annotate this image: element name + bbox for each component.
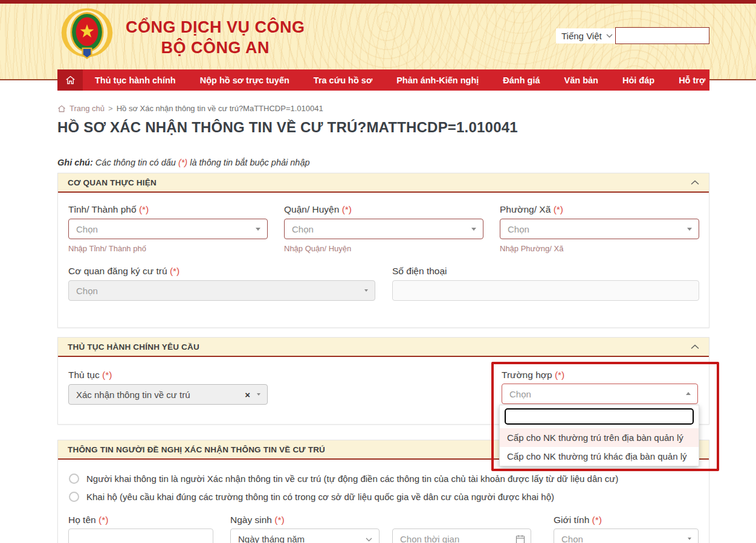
ngay-sinh-date-input[interactable]: Chọn thời gian [392, 529, 531, 543]
registration-agency-select[interactable]: Chọn [68, 280, 375, 301]
gioi-tinh-select[interactable]: Chọn [554, 529, 699, 543]
caret-up-icon [686, 392, 691, 395]
breadcrumb: Trang chủ > Hồ sơ Xác nhận thông tin về … [57, 104, 323, 113]
caret-down-icon [364, 289, 368, 292]
gioi-tinh-placeholder: Chọn [561, 534, 583, 543]
truong-hop-placeholder: Chọn [509, 389, 531, 399]
nav-item-van-ban[interactable]: Văn bản [552, 69, 610, 91]
chevron-up-icon[interactable] [691, 180, 699, 185]
caret-down-icon [256, 228, 260, 231]
registration-agency-placeholder: Chọn [76, 286, 98, 296]
caret-down-icon [471, 228, 476, 231]
required-note: Ghi chú: Các thông tin có dấu (*) là thô… [57, 158, 310, 167]
radio-circle-icon[interactable] [69, 474, 79, 484]
section-procedure-title: THỦ TỤC HÀNH CHÍNH YÊU CẦU [68, 342, 199, 352]
ho-ten-label: Họ tên (*) [68, 515, 108, 525]
ward-label: Phường/ Xã (*) [500, 204, 563, 215]
section-executing-agency-title: CƠ QUAN THỰC HIỆN [68, 178, 157, 187]
nav-item-nop-ho-so-truc-tuyen[interactable]: Nộp hồ sơ trực tuyến [188, 69, 302, 91]
truong-hop-select[interactable]: Chọn [502, 384, 698, 404]
note-required-mark: (*) [178, 158, 187, 167]
calendar-icon[interactable] [515, 535, 525, 543]
radio-declarant-self-label: Người khai thông tin là người Xác nhận t… [86, 474, 618, 484]
thu-tuc-label: Thủ tục (*) [68, 370, 112, 381]
header-banner: CỔNG DỊCH VỤ CÔNG BỘ CÔNG AN Tiếng Việt [0, 4, 756, 80]
province-select-placeholder: Chọn [76, 224, 98, 234]
page-title: HỒ SƠ XÁC NHẬN THÔNG TIN VỀ CƯ TRÚ?MATTH… [57, 119, 518, 136]
ward-select-placeholder: Chọn [508, 224, 529, 234]
language-selector[interactable]: Tiếng Việt [556, 28, 618, 43]
truong-hop-option-2[interactable]: Cấp cho NK thường trú khác địa bàn quản … [500, 447, 699, 466]
header-search-input[interactable] [615, 27, 709, 44]
section-executing-agency-header[interactable]: CƠ QUAN THỰC HIỆN [58, 173, 709, 193]
chevron-up-icon[interactable] [691, 344, 699, 349]
province-select[interactable]: Chọn [68, 219, 268, 239]
main-nav: Thủ tục hành chính Nộp hồ sơ trực tuyến … [57, 69, 709, 91]
radio-declarant-proxy-label: Khai hộ (yêu cầu khai đúng các trường th… [86, 492, 554, 502]
radio-declarant-self[interactable]: Người khai thông tin là người Xác nhận t… [69, 474, 618, 484]
registration-agency-label: Cơ quan đăng ký cư trú (*) [68, 266, 179, 277]
nav-home-button[interactable] [57, 69, 83, 91]
phone-input[interactable] [392, 280, 699, 301]
clear-icon[interactable]: × [245, 390, 250, 399]
ngay-sinh-date-placeholder: Chọn thời gian [400, 534, 459, 543]
site-title-line1: CỔNG DỊCH VỤ CÔNG [126, 17, 305, 37]
chevron-down-icon [366, 538, 372, 542]
home-icon [65, 76, 76, 85]
ngay-sinh-format-value: Ngày tháng năm [238, 534, 305, 543]
radio-circle-icon[interactable] [69, 492, 79, 502]
district-select[interactable]: Chọn [284, 219, 483, 239]
nav-item-phan-anh-kien-nghi[interactable]: Phản ánh-Kiến nghị [384, 69, 491, 91]
caret-down-icon [688, 538, 691, 540]
section-applicant-title: THÔNG TIN NGƯỜI ĐỀ NGHỊ XÁC NHẬN THÔNG T… [68, 445, 325, 454]
ward-hint: Nhập Phường/ Xã [500, 244, 563, 253]
nav-item-danh-gia[interactable]: Đánh giá [491, 69, 552, 91]
site-title: CỔNG DỊCH VỤ CÔNG BỘ CÔNG AN [126, 17, 305, 58]
site-title-line2: BỘ CÔNG AN [126, 37, 305, 58]
ministry-public-security-logo-icon [59, 6, 115, 62]
gioi-tinh-label: Giới tính (*) [554, 515, 602, 525]
caret-down-icon [257, 393, 260, 396]
note-after: là thông tin bắt buộc phải nhập [187, 158, 309, 167]
language-selector-label: Tiếng Việt [561, 31, 602, 41]
district-label: Quận/ Huyện (*) [284, 204, 352, 215]
breadcrumb-separator: > [108, 104, 113, 113]
truong-hop-option-1[interactable]: Cấp cho NK thường trú trên địa bàn quản … [500, 428, 699, 447]
breadcrumb-current: Hồ sơ Xác nhận thông tin về cư trú?MaTTH… [117, 104, 323, 113]
phone-label: Số điện thoại [392, 266, 447, 277]
thu-tuc-select[interactable]: Xác nhận thông tin về cư trú × [68, 384, 268, 405]
truong-hop-label: Trường hợp (*) [502, 370, 564, 381]
breadcrumb-home-link[interactable]: Trang chủ [69, 104, 105, 113]
nav-item-thu-tuc-hanh-chinh[interactable]: Thủ tục hành chính [83, 69, 188, 91]
caret-down-icon [687, 228, 692, 231]
ho-ten-input[interactable] [68, 529, 213, 543]
truong-hop-dropdown-search-input[interactable] [505, 408, 694, 425]
section-executing-agency: CƠ QUAN THỰC HIỆN Tỉnh/ Thành phố (*) Qu… [57, 173, 709, 328]
section-procedure-header[interactable]: THỦ TỤC HÀNH CHÍNH YÊU CẦU [58, 338, 709, 357]
page: CỔNG DỊCH VỤ CÔNG BỘ CÔNG AN Tiếng Việt … [0, 0, 756, 543]
district-hint: Nhập Quận/ Huyện [284, 244, 351, 253]
ngay-sinh-format-select[interactable]: Ngày tháng năm [230, 529, 380, 543]
ngay-sinh-label: Ngày sinh (*) [230, 515, 285, 525]
truong-hop-options: Cấp cho NK thường trú trên địa bàn quản … [500, 428, 699, 466]
nav-item-ho-tro[interactable]: Hỗ trợ [667, 69, 717, 91]
district-select-placeholder: Chọn [292, 224, 314, 234]
note-label: Ghi chú: [57, 158, 93, 167]
province-label: Tỉnh/ Thành phố (*) [68, 204, 149, 215]
ward-select[interactable]: Chọn [500, 219, 699, 239]
radio-declarant-proxy[interactable]: Khai hộ (yêu cầu khai đúng các trường th… [69, 492, 554, 502]
breadcrumb-home-icon [57, 105, 66, 112]
truong-hop-dropdown: Cấp cho NK thường trú trên địa bàn quản … [499, 405, 699, 466]
nav-item-hoi-dap[interactable]: Hỏi đáp [610, 69, 667, 91]
chevron-down-icon [606, 34, 613, 38]
nav-item-tra-cuu-ho-so[interactable]: Tra cứu hồ sơ [302, 69, 384, 91]
province-hint: Nhập Tỉnh/ Thành phố [68, 244, 146, 253]
thu-tuc-selected-value: Xác nhận thông tin về cư trú [76, 390, 190, 400]
note-before: Các thông tin có dấu [93, 158, 178, 167]
